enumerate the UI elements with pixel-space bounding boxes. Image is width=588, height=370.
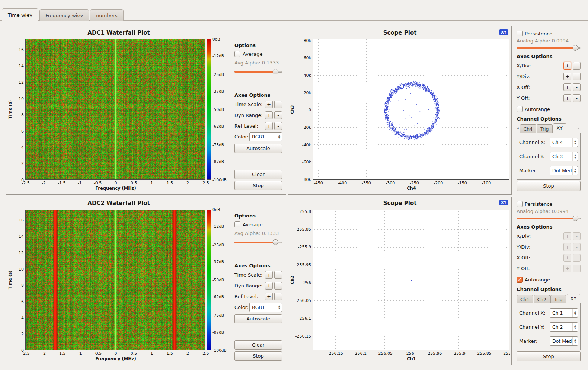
ref-level-decrease-button[interactable]: - [274, 122, 282, 130]
tab-time-view[interactable]: Time wiev [2, 8, 38, 21]
autoscale-button[interactable]: Autoscale [234, 144, 282, 153]
slider-handle[interactable] [273, 239, 278, 245]
tab-trig[interactable]: Trig [550, 295, 566, 303]
tab-xy[interactable]: XY [567, 294, 580, 303]
spin-down-icon[interactable]: ▼ [574, 341, 576, 344]
color-spinbox[interactable]: RGB1 ▲▼ [249, 303, 282, 312]
avg-alpha-slider[interactable] [234, 239, 282, 245]
xoff-decrease-button[interactable]: - [573, 254, 581, 262]
ref-level-increase-button[interactable]: + [265, 122, 273, 130]
stop-button[interactable]: Stop [517, 351, 581, 361]
spin-down-icon[interactable]: ▼ [574, 327, 576, 329]
scope-plot-area[interactable] [313, 39, 509, 180]
dyn-range-decrease-button[interactable]: - [274, 282, 282, 290]
tab-frequency-view[interactable]: Frequency wiev [39, 9, 89, 21]
persistence-checkbox[interactable]: ✔ [517, 201, 523, 207]
autorange-checkbox[interactable]: ✔ [517, 277, 523, 283]
axes-options-header: Axes Options [234, 92, 282, 98]
tab-trig[interactable]: Trig [537, 124, 552, 133]
xoff-decrease-button[interactable]: - [573, 83, 581, 91]
xoff-increase-button[interactable]: + [563, 83, 571, 91]
spin-down-icon[interactable]: ▼ [574, 313, 576, 315]
slider-handle[interactable] [273, 69, 278, 74]
yoff-increase-button[interactable]: + [563, 265, 571, 272]
spin-arrows[interactable]: ▲▼ [277, 133, 282, 141]
spin-arrows[interactable]: ▲▼ [572, 323, 578, 331]
average-checkbox[interactable]: ✔ [234, 51, 240, 57]
analog-alpha-slider[interactable] [517, 45, 581, 51]
tab-numbers[interactable]: numbers [90, 9, 124, 21]
yoff-decrease-button[interactable]: - [573, 265, 581, 272]
marker-label: Marker: [519, 168, 537, 173]
time-scale-increase-button[interactable]: + [265, 271, 273, 279]
color-spinbox[interactable]: RGB1 ▲▼ [249, 132, 282, 141]
ydiv-decrease-button[interactable]: - [573, 243, 581, 251]
tab-scroll-right-icon[interactable]: ▸ [577, 126, 581, 133]
clear-button[interactable]: Clear [234, 170, 282, 179]
waterfall-plot-area[interactable] [25, 39, 205, 180]
scope-plot-area[interactable] [313, 210, 509, 350]
xdiv-increase-button[interactable]: + [563, 62, 571, 70]
dyn-range-increase-button[interactable]: + [265, 282, 273, 290]
stop-button[interactable]: Stop [234, 181, 282, 190]
stop-button[interactable]: Stop [234, 351, 282, 361]
avg-alpha-slider[interactable] [234, 69, 282, 74]
ref-level-increase-button[interactable]: + [265, 293, 273, 300]
channel-y-spinbox[interactable]: Ch 3 ▲▼ [550, 152, 578, 161]
waterfall-canvas[interactable] [26, 39, 205, 179]
ref-level-decrease-button[interactable]: - [274, 293, 282, 300]
xdiv-increase-button[interactable]: + [563, 232, 571, 240]
spin-arrows[interactable]: ▲▼ [572, 309, 578, 317]
marker-spinbox[interactable]: Dot Med ▲▼ [550, 166, 578, 175]
spin-down-icon[interactable]: ▼ [574, 157, 576, 159]
ydiv-increase-button[interactable]: + [563, 73, 571, 80]
spin-down-icon[interactable]: ▼ [574, 143, 576, 145]
waterfall-canvas[interactable] [26, 210, 205, 350]
spin-arrows[interactable]: ▲▼ [572, 152, 578, 161]
time-scale-decrease-button[interactable]: - [274, 101, 282, 108]
yoff-decrease-button[interactable]: - [573, 94, 581, 102]
clear-button[interactable]: Clear [234, 340, 282, 350]
scope-canvas[interactable] [313, 39, 509, 179]
spin-arrows[interactable]: ▲▼ [572, 337, 578, 345]
stop-button[interactable]: Stop [517, 181, 581, 191]
spin-down-icon[interactable]: ▼ [278, 137, 280, 139]
time-scale-increase-button[interactable]: + [265, 101, 273, 108]
slider-handle[interactable] [573, 45, 578, 51]
marker-spinbox[interactable]: Dot Med ▲▼ [550, 336, 578, 346]
tab-scroll-left-icon[interactable]: ◂ [517, 126, 520, 133]
ydiv-increase-button[interactable]: + [563, 243, 571, 251]
dyn-range-decrease-button[interactable]: - [274, 111, 282, 119]
ydiv-decrease-button[interactable]: - [573, 73, 581, 80]
tab-ch2[interactable]: Ch2 [534, 295, 550, 303]
autorange-checkbox[interactable]: ✔ [517, 106, 523, 112]
spin-down-icon[interactable]: ▼ [574, 171, 576, 173]
spin-arrows[interactable]: ▲▼ [572, 138, 578, 147]
xdiv-decrease-button[interactable]: - [573, 232, 581, 240]
tick-label: -50dB [212, 107, 224, 112]
tab-xy[interactable]: XY [553, 123, 566, 133]
tick-label: -256.05 [295, 298, 311, 303]
tab-ch1[interactable]: Ch1 [517, 295, 533, 303]
tick-label: 0dB [212, 37, 220, 41]
average-checkbox[interactable]: ✔ [234, 221, 240, 227]
spin-down-icon[interactable]: ▼ [278, 307, 280, 310]
tick-label: 12 [19, 80, 24, 84]
slider-handle[interactable] [573, 216, 578, 221]
yoff-increase-button[interactable]: + [563, 94, 571, 102]
spin-arrows[interactable]: ▲▼ [277, 303, 282, 312]
dyn-range-increase-button[interactable]: + [265, 111, 273, 119]
persistence-checkbox[interactable]: ✔ [517, 31, 523, 36]
scope-canvas[interactable] [313, 210, 509, 350]
xdiv-decrease-button[interactable]: - [573, 62, 581, 70]
spin-arrows[interactable]: ▲▼ [572, 166, 578, 175]
time-scale-decrease-button[interactable]: - [274, 271, 282, 279]
channel-y-spinbox[interactable]: Ch 2 ▲▼ [550, 322, 578, 332]
waterfall-plot-area[interactable] [25, 210, 205, 350]
xoff-increase-button[interactable]: + [563, 254, 571, 262]
analog-alpha-slider[interactable] [517, 216, 581, 221]
channel-x-spinbox[interactable]: Ch 4 ▲▼ [550, 138, 578, 147]
autoscale-button[interactable]: Autoscale [234, 314, 282, 323]
channel-x-spinbox[interactable]: Ch 1 ▲▼ [550, 308, 578, 318]
tab-ch4[interactable]: Ch4 [520, 124, 537, 133]
